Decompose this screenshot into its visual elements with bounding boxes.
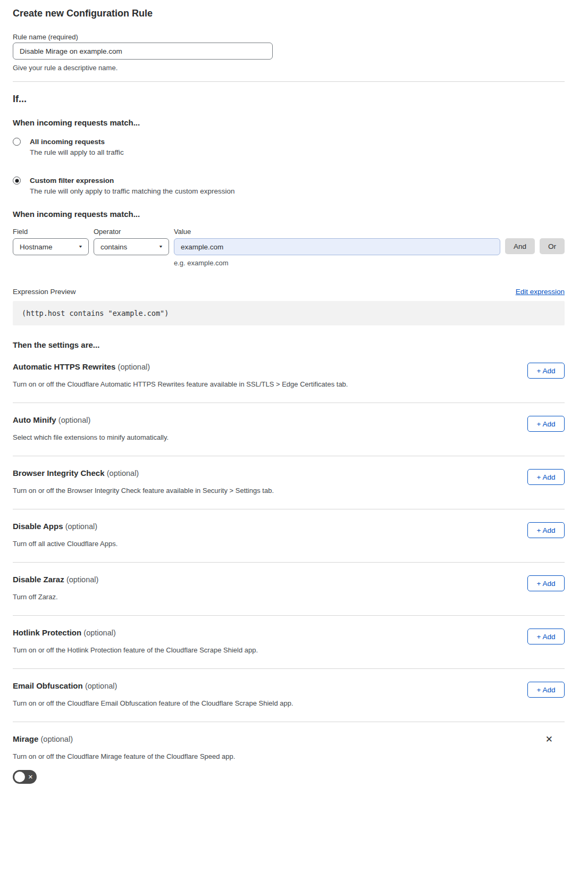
expression-preview-code: (http.host contains "example.com") (22, 309, 169, 317)
setting-hotlink-protection: Hotlink Protection (optional) Turn on or… (13, 627, 565, 655)
radio-description: The rule will apply to all traffic (30, 148, 124, 157)
radio-label: Custom filter expression (30, 176, 234, 185)
page-title: Create new Configuration Rule (13, 7, 565, 19)
section-divider (13, 456, 565, 456)
setting-automatic-https-rewrites: Automatic HTTPS Rewrites (optional) Turn… (13, 362, 565, 389)
setting-disable-apps: Disable Apps (optional) Turn off all act… (13, 521, 565, 548)
add-disable-apps-button[interactable]: + Add (527, 522, 565, 538)
rule-name-helper: Give your rule a descriptive name. (13, 64, 565, 72)
operator-select[interactable]: contains ▼ (94, 238, 169, 255)
radio-selected-icon[interactable] (13, 177, 21, 185)
and-button[interactable]: And (505, 238, 535, 254)
expression-preview-box: (http.host contains "example.com") (13, 301, 565, 325)
setting-mirage: Mirage (optional) Turn on or off the Clo… (13, 734, 565, 786)
section-divider (13, 81, 565, 82)
setting-title: Browser Integrity Check (optional) (13, 468, 511, 479)
setting-title: Hotlink Protection (optional) (13, 627, 511, 638)
setting-title: Auto Minify (optional) (13, 415, 511, 425)
mirage-toggle-off[interactable]: ✕ (13, 770, 37, 784)
add-browser-integrity-check-button[interactable]: + Add (527, 469, 565, 485)
setting-email-obfuscation: Email Obfuscation (optional) Turn on or … (13, 681, 565, 708)
then-heading: Then the settings are... (13, 340, 565, 350)
value-helper: e.g. example.com (174, 259, 500, 267)
radio-option-custom-filter-expression[interactable]: Custom filter expression The rule will o… (13, 176, 565, 196)
value-input[interactable] (174, 238, 500, 255)
field-select[interactable]: Hostname ▼ (13, 238, 89, 255)
setting-auto-minify: Auto Minify (optional) Select which file… (13, 415, 565, 442)
section-divider (13, 403, 565, 403)
operator-select-value: contains (100, 243, 127, 251)
setting-description: Turn on or off the Hotlink Protection fe… (13, 646, 511, 655)
operator-label: Operator (94, 228, 169, 236)
setting-title: Automatic HTTPS Rewrites (optional) (13, 362, 511, 372)
setting-disable-zaraz: Disable Zaraz (optional) Turn off Zaraz.… (13, 574, 565, 601)
chevron-down-icon: ▼ (78, 245, 83, 249)
setting-description: Turn off all active Cloudflare Apps. (13, 539, 511, 548)
close-icon[interactable]: ✕ (545, 735, 553, 744)
expression-preview-label: Expression Preview (13, 287, 76, 296)
edit-expression-link[interactable]: Edit expression (516, 288, 565, 296)
radio-label: All incoming requests (30, 137, 124, 146)
setting-browser-integrity-check: Browser Integrity Check (optional) Turn … (13, 468, 565, 495)
create-configuration-rule-page: Create new Configuration Rule Rule name … (0, 0, 588, 797)
setting-title: Disable Zaraz (optional) (13, 574, 511, 585)
setting-title: Mirage (optional) (13, 734, 530, 744)
section-divider (13, 509, 565, 509)
section-divider (13, 722, 565, 722)
add-automatic-https-rewrites-button[interactable]: + Add (527, 363, 565, 379)
setting-description: Turn on or off the Cloudflare Automatic … (13, 380, 511, 389)
setting-title: Disable Apps (optional) (13, 521, 511, 532)
add-hotlink-protection-button[interactable]: + Add (527, 629, 565, 644)
toggle-off-x-icon: ✕ (28, 774, 33, 780)
setting-description: Turn off Zaraz. (13, 592, 511, 601)
match-heading-2: When incoming requests match... (13, 210, 565, 219)
rule-name-label: Rule name (required) (13, 33, 565, 41)
expression-builder-row: Field Hostname ▼ Operator contains ▼ Val… (13, 228, 565, 267)
setting-description: Select which file extensions to minify a… (13, 433, 511, 442)
rule-name-input[interactable] (13, 43, 273, 60)
toggle-knob (14, 772, 25, 782)
add-auto-minify-button[interactable]: + Add (527, 416, 565, 432)
radio-description: The rule will only apply to traffic matc… (30, 187, 234, 196)
add-disable-zaraz-button[interactable]: + Add (527, 575, 565, 591)
radio-unselected-icon[interactable] (13, 138, 21, 146)
add-email-obfuscation-button[interactable]: + Add (527, 682, 565, 698)
setting-description: Turn on or off the Cloudflare Mirage fea… (13, 752, 530, 761)
setting-description: Turn on or off the Browser Integrity Che… (13, 486, 511, 495)
or-button[interactable]: Or (540, 238, 565, 254)
match-heading-1: When incoming requests match... (13, 118, 565, 128)
section-divider (13, 668, 565, 669)
field-label: Field (13, 228, 89, 236)
section-divider (13, 615, 565, 616)
setting-description: Turn on or off the Cloudflare Email Obfu… (13, 699, 511, 708)
field-select-value: Hostname (20, 243, 53, 251)
chevron-down-icon: ▼ (158, 245, 163, 249)
section-divider (13, 562, 565, 563)
if-heading: If... (13, 94, 565, 104)
setting-title: Email Obfuscation (optional) (13, 681, 511, 691)
value-label: Value (174, 228, 500, 236)
radio-option-all-incoming-requests[interactable]: All incoming requests The rule will appl… (13, 137, 565, 157)
